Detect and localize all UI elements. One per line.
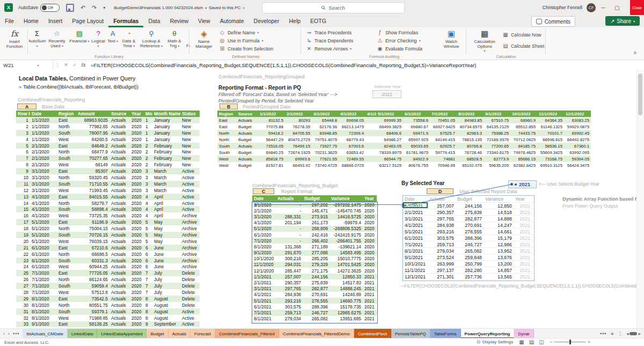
report-format-row[interactable]: 12/1/2020285,447271,17514272.36252020 [252,268,377,274]
cell[interactable]: East [57,296,76,301]
cell[interactable]: 265,082 [456,248,484,254]
hscroll-right-icon[interactable]: ▸ [638,331,641,336]
zoom-out-icon[interactable]: − [550,340,553,344]
cell[interactable]: 72399.4 [339,131,365,136]
cell[interactable]: East [57,168,76,174]
cell[interactable]: Actuals [109,213,130,218]
cell[interactable]: May [152,232,180,238]
cell[interactable]: August [152,303,180,308]
autosum-button[interactable]: ΣAutoSum ▾ [29,28,45,56]
cell[interactable]: East [57,219,76,225]
cell[interactable]: 297,765 [276,286,303,291]
cell[interactable]: South [57,232,76,238]
cell[interactable]: 66499.3825 [376,124,403,129]
cell[interactable]: 79751.4075 [312,137,339,142]
report-format-row[interactable]: 9/1/2020291,670277,08614583.4952020 [252,250,377,256]
cell[interactable]: 73542.5 [76,296,109,301]
cell[interactable]: 21 [16,245,30,251]
report-format-row[interactable]: 4/1/2020201,194261,173-59979.42020 [252,220,377,226]
cell[interactable]: 282,280 [456,268,484,273]
cancel-icon[interactable]: ✕ [62,62,70,68]
cell[interactable]: Active [180,315,200,321]
cell[interactable]: 9 [144,321,152,327]
cell[interactable]: 8/1/2021 [403,248,428,254]
cell[interactable]: 62382.8425 [510,163,537,168]
quick-access-caret-icon[interactable]: ▾ [103,5,105,10]
tab-scroll-left-icon[interactable]: ‹ [3,331,5,336]
selected-year-row[interactable]: 7/1/2021259,713246,72712,9862021 [403,241,534,248]
cell[interactable]: North [57,252,76,257]
cell[interactable]: Delete [180,296,200,301]
cell[interactable]: 59779.415 [430,150,457,155]
cell[interactable]: February [152,162,180,167]
cell[interactable]: North [57,226,76,231]
cell[interactable]: 131,368 [276,244,303,249]
report-format-row[interactable]: 7/1/2021259,713246,72712985.62752021 [252,310,377,315]
cell[interactable]: 2021 [514,261,532,267]
cell[interactable]: 290,357 [428,210,456,215]
cell[interactable]: 244,156 [303,274,330,279]
base-data-row[interactable]: 205/1/2020West76039.15Actuals20205MayArc… [16,238,200,245]
cell[interactable]: 4 [144,194,152,200]
base-data-row[interactable]: 93/1/2020East85307Actuals20203MarchActiv… [16,168,200,174]
cell[interactable]: Actuals [109,309,130,314]
sheet-tab-periodstablepq[interactable]: PeriodsTablePQ [391,329,430,338]
cell[interactable]: 76728.46 [457,150,484,155]
cell[interactable]: 5 [144,219,152,225]
cell[interactable]: 268,809 [303,226,330,231]
base-data-row[interactable]: 41/1/2020West84260.5Actuals20201JanuaryN… [16,136,200,143]
cell[interactable]: 2020 [363,268,377,274]
cell[interactable]: 59394.05 [564,157,591,161]
cell[interactable]: 55609.3425 [537,150,564,155]
cell[interactable]: -297202.1475 [330,202,363,208]
cell[interactable]: 14,518 [484,210,514,215]
cell[interactable]: 14 [16,201,30,206]
cell[interactable]: 70946.95 [430,163,457,168]
cell[interactable]: Actuals [109,219,130,225]
date-time-button[interactable]: ◔Date & Time ▾ [119,28,138,56]
cell[interactable]: 69510.3125 [537,163,564,168]
selected-year-row[interactable]: 5/1/2021293,216278,55514,6612021 [403,229,534,235]
cell[interactable]: 1/1/2020 [30,137,57,142]
cell[interactable]: 270,691 [303,292,330,297]
cell[interactable]: 70726.15 [76,232,109,238]
cell[interactable]: 58279.7 [76,201,109,206]
cell[interactable]: 60331.3 [76,258,109,263]
cell[interactable]: 70712.0625 [510,137,537,142]
cell[interactable]: Actuals [109,168,130,174]
cell[interactable]: -242415.9175 [330,232,363,238]
cell[interactable]: Delete [180,303,200,308]
cell[interactable]: Actuals [237,131,258,136]
cell[interactable]: 2020 [130,149,144,154]
selected-year-row[interactable]: 9/1/2021273,524259,84813,6762021 [403,254,534,261]
sheet-tab-linkeddataappended[interactable]: LinkedDataAppended [97,329,147,338]
financial-button[interactable]: ▤Financial ▾ [69,28,90,56]
cell[interactable]: -59979.4 [330,220,363,225]
cell[interactable]: 75986.25 [484,131,510,136]
cell[interactable]: 2020 [130,226,144,231]
cell[interactable]: 13,952 [484,248,514,254]
cell[interactable]: 73168.75 [537,157,564,161]
cell[interactable]: 1/1/2020 [252,202,276,208]
cell[interactable]: 6 [144,258,152,263]
cell[interactable]: 77200.65 [484,144,510,149]
cell[interactable]: 3/1/2020 [30,181,57,187]
cell[interactable]: 18 [16,226,30,231]
cell[interactable]: 8/1/2021 [252,316,276,321]
cell[interactable]: July [152,277,180,282]
ribbon-tab-formulas[interactable]: Formulas [108,15,143,27]
cell[interactable]: 282,877 [456,216,484,222]
table-selected-year[interactable]: DateActualsBudgetVarianceYear1/1/2021257… [402,195,535,281]
cell[interactable]: 273,524 [428,255,456,260]
base-data-row[interactable]: 226/1/2020North66688.5Actuals20206JuneAr… [16,251,200,257]
cell[interactable]: 76039.15 [76,239,109,244]
cell[interactable]: 15010.7775 [330,256,363,261]
cell[interactable]: 62925.7 [430,144,457,149]
cell[interactable]: 3/1/2020 [30,168,57,174]
cell[interactable]: 56447.29 [258,137,285,142]
cell[interactable]: West [57,239,76,244]
name-manager-button[interactable]: ◈ Name Manager [191,28,217,56]
cell[interactable]: South [217,144,237,149]
cell[interactable]: 22 [16,252,30,257]
cell[interactable]: 5/1/2020 [30,226,57,231]
